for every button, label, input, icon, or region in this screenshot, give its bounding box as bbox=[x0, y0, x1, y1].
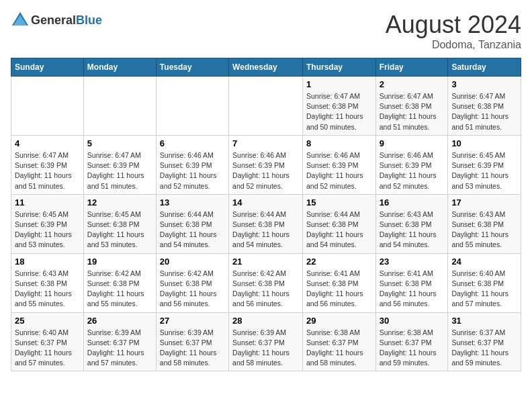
calendar-cell: 8Sunrise: 6:46 AMSunset: 6:39 PMDaylight… bbox=[302, 135, 375, 194]
calendar-cell: 22Sunrise: 6:41 AMSunset: 6:38 PMDayligh… bbox=[302, 253, 375, 312]
day-number: 6 bbox=[160, 138, 225, 148]
title-block: August 2024 Dodoma, Tanzania bbox=[386, 11, 521, 51]
calendar-cell: 5Sunrise: 6:47 AMSunset: 6:39 PMDaylight… bbox=[83, 135, 156, 194]
day-of-week-header: Thursday bbox=[302, 58, 375, 77]
calendar-cell: 27Sunrise: 6:39 AMSunset: 6:37 PMDayligh… bbox=[156, 312, 228, 371]
calendar-cell: 29Sunrise: 6:38 AMSunset: 6:37 PMDayligh… bbox=[302, 312, 375, 371]
day-number: 23 bbox=[380, 257, 445, 267]
calendar-cell: 16Sunrise: 6:43 AMSunset: 6:38 PMDayligh… bbox=[375, 194, 448, 253]
calendar-week-row: 4Sunrise: 6:47 AMSunset: 6:39 PMDaylight… bbox=[11, 135, 521, 194]
day-number: 17 bbox=[451, 197, 517, 208]
calendar-cell: 30Sunrise: 6:38 AMSunset: 6:37 PMDayligh… bbox=[375, 312, 448, 371]
day-number: 21 bbox=[232, 257, 299, 267]
calendar-cell: 25Sunrise: 6:40 AMSunset: 6:37 PMDayligh… bbox=[11, 312, 84, 371]
day-info: Sunrise: 6:39 AMSunset: 6:37 PMDaylight:… bbox=[160, 328, 225, 369]
calendar-cell: 2Sunrise: 6:47 AMSunset: 6:38 PMDaylight… bbox=[375, 77, 448, 136]
calendar-cell: 23Sunrise: 6:41 AMSunset: 6:38 PMDayligh… bbox=[375, 253, 448, 312]
day-number: 1 bbox=[306, 79, 372, 89]
calendar-cell: 15Sunrise: 6:44 AMSunset: 6:38 PMDayligh… bbox=[302, 194, 375, 253]
day-of-week-header: Saturday bbox=[448, 58, 521, 77]
calendar-cell: 14Sunrise: 6:44 AMSunset: 6:38 PMDayligh… bbox=[229, 194, 303, 253]
calendar-week-row: 18Sunrise: 6:43 AMSunset: 6:38 PMDayligh… bbox=[11, 253, 521, 312]
logo-text-blue: Blue bbox=[76, 13, 102, 27]
calendar-cell: 19Sunrise: 6:42 AMSunset: 6:38 PMDayligh… bbox=[83, 253, 156, 312]
day-number: 12 bbox=[87, 197, 152, 208]
calendar-week-row: 25Sunrise: 6:40 AMSunset: 6:37 PMDayligh… bbox=[11, 312, 521, 371]
calendar-cell: 13Sunrise: 6:44 AMSunset: 6:38 PMDayligh… bbox=[156, 194, 228, 253]
day-number: 22 bbox=[306, 257, 372, 267]
day-number: 2 bbox=[380, 79, 445, 89]
calendar-cell: 4Sunrise: 6:47 AMSunset: 6:39 PMDaylight… bbox=[11, 135, 84, 194]
calendar-cell: 26Sunrise: 6:39 AMSunset: 6:37 PMDayligh… bbox=[83, 312, 156, 371]
calendar-location: Dodoma, Tanzania bbox=[386, 39, 521, 51]
calendar-cell: 10Sunrise: 6:45 AMSunset: 6:39 PMDayligh… bbox=[448, 135, 521, 194]
day-number: 18 bbox=[15, 257, 80, 267]
day-info: Sunrise: 6:43 AMSunset: 6:38 PMDaylight:… bbox=[380, 210, 445, 250]
day-info: Sunrise: 6:41 AMSunset: 6:38 PMDaylight:… bbox=[306, 269, 372, 310]
day-of-week-header: Wednesday bbox=[229, 58, 303, 77]
day-number: 13 bbox=[160, 197, 225, 208]
calendar-cell: 21Sunrise: 6:42 AMSunset: 6:38 PMDayligh… bbox=[229, 253, 303, 312]
day-info: Sunrise: 6:44 AMSunset: 6:38 PMDaylight:… bbox=[306, 210, 372, 250]
day-number: 7 bbox=[232, 138, 299, 148]
day-number: 11 bbox=[15, 197, 80, 208]
day-number: 27 bbox=[160, 316, 225, 326]
day-number: 26 bbox=[87, 316, 152, 326]
day-info: Sunrise: 6:39 AMSunset: 6:37 PMDaylight:… bbox=[87, 328, 152, 369]
calendar-title: August 2024 bbox=[386, 11, 521, 39]
day-of-week-header: Tuesday bbox=[156, 58, 228, 77]
day-number: 30 bbox=[380, 316, 445, 326]
day-info: Sunrise: 6:45 AMSunset: 6:38 PMDaylight:… bbox=[87, 210, 152, 250]
calendar-cell bbox=[229, 77, 303, 136]
day-number: 29 bbox=[306, 316, 372, 326]
calendar-cell: 17Sunrise: 6:43 AMSunset: 6:38 PMDayligh… bbox=[448, 194, 521, 253]
day-number: 20 bbox=[160, 257, 225, 267]
day-info: Sunrise: 6:47 AMSunset: 6:38 PMDaylight:… bbox=[380, 91, 445, 132]
logo: GeneralBlue bbox=[11, 11, 102, 30]
calendar-cell: 1Sunrise: 6:47 AMSunset: 6:38 PMDaylight… bbox=[302, 77, 375, 136]
day-info: Sunrise: 6:46 AMSunset: 6:39 PMDaylight:… bbox=[306, 150, 372, 191]
day-of-week-header: Friday bbox=[375, 58, 448, 77]
day-info: Sunrise: 6:40 AMSunset: 6:38 PMDaylight:… bbox=[451, 269, 517, 310]
calendar-week-row: 1Sunrise: 6:47 AMSunset: 6:38 PMDaylight… bbox=[11, 77, 521, 136]
calendar-cell: 31Sunrise: 6:37 AMSunset: 6:37 PMDayligh… bbox=[448, 312, 521, 371]
day-number: 10 bbox=[451, 138, 517, 148]
calendar-cell: 20Sunrise: 6:42 AMSunset: 6:38 PMDayligh… bbox=[156, 253, 228, 312]
day-info: Sunrise: 6:40 AMSunset: 6:37 PMDaylight:… bbox=[15, 328, 80, 369]
day-of-week-header: Sunday bbox=[11, 58, 84, 77]
day-info: Sunrise: 6:47 AMSunset: 6:38 PMDaylight:… bbox=[306, 91, 372, 132]
day-number: 4 bbox=[15, 138, 80, 148]
calendar-cell bbox=[83, 77, 156, 136]
day-info: Sunrise: 6:47 AMSunset: 6:39 PMDaylight:… bbox=[87, 150, 152, 191]
day-of-week-header: Monday bbox=[83, 58, 156, 77]
day-info: Sunrise: 6:42 AMSunset: 6:38 PMDaylight:… bbox=[232, 269, 299, 310]
calendar-cell bbox=[11, 77, 84, 136]
calendar-body: 1Sunrise: 6:47 AMSunset: 6:38 PMDaylight… bbox=[11, 77, 521, 371]
calendar-cell bbox=[156, 77, 228, 136]
calendar-cell: 6Sunrise: 6:46 AMSunset: 6:39 PMDaylight… bbox=[156, 135, 228, 194]
day-info: Sunrise: 6:43 AMSunset: 6:38 PMDaylight:… bbox=[451, 210, 517, 250]
calendar-cell: 28Sunrise: 6:39 AMSunset: 6:37 PMDayligh… bbox=[229, 312, 303, 371]
calendar-cell: 3Sunrise: 6:47 AMSunset: 6:38 PMDaylight… bbox=[448, 77, 521, 136]
page-header: GeneralBlue August 2024 Dodoma, Tanzania bbox=[11, 11, 521, 51]
calendar-cell: 12Sunrise: 6:45 AMSunset: 6:38 PMDayligh… bbox=[83, 194, 156, 253]
day-info: Sunrise: 6:46 AMSunset: 6:39 PMDaylight:… bbox=[160, 150, 225, 191]
calendar-cell: 9Sunrise: 6:46 AMSunset: 6:39 PMDaylight… bbox=[375, 135, 448, 194]
day-number: 14 bbox=[232, 197, 299, 208]
day-info: Sunrise: 6:46 AMSunset: 6:39 PMDaylight:… bbox=[232, 150, 299, 191]
day-number: 16 bbox=[380, 197, 445, 208]
day-number: 24 bbox=[451, 257, 517, 267]
day-info: Sunrise: 6:38 AMSunset: 6:37 PMDaylight:… bbox=[306, 328, 372, 369]
day-number: 5 bbox=[87, 138, 152, 148]
calendar-cell: 24Sunrise: 6:40 AMSunset: 6:38 PMDayligh… bbox=[448, 253, 521, 312]
day-number: 31 bbox=[451, 316, 517, 326]
logo-icon bbox=[11, 11, 30, 30]
day-info: Sunrise: 6:38 AMSunset: 6:37 PMDaylight:… bbox=[380, 328, 445, 369]
day-info: Sunrise: 6:47 AMSunset: 6:39 PMDaylight:… bbox=[15, 150, 80, 191]
day-info: Sunrise: 6:43 AMSunset: 6:38 PMDaylight:… bbox=[15, 269, 80, 310]
day-number: 28 bbox=[232, 316, 299, 326]
day-number: 8 bbox=[306, 138, 372, 148]
calendar-cell: 7Sunrise: 6:46 AMSunset: 6:39 PMDaylight… bbox=[229, 135, 303, 194]
calendar-week-row: 11Sunrise: 6:45 AMSunset: 6:39 PMDayligh… bbox=[11, 194, 521, 253]
logo-text-general: General bbox=[31, 13, 76, 27]
